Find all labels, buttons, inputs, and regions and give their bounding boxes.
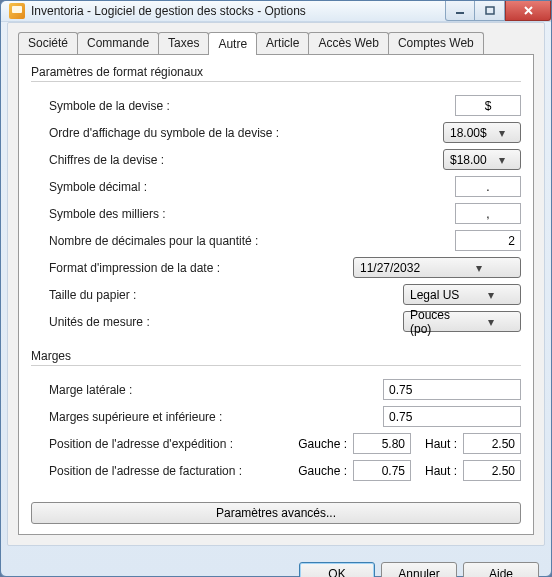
- divider: [31, 81, 521, 82]
- input-ship-top[interactable]: [463, 433, 521, 454]
- tab-bar: Société Commande Taxes Autre Article Acc…: [18, 32, 534, 55]
- tab-taxes[interactable]: Taxes: [158, 32, 209, 55]
- label-topbot-margin: Marges supérieure et inférieure :: [49, 410, 383, 424]
- content-area: Société Commande Taxes Autre Article Acc…: [7, 22, 545, 546]
- input-decimal-symbol[interactable]: [455, 176, 521, 197]
- advanced-settings-button[interactable]: Paramètres avancés...: [31, 502, 521, 524]
- select-units-value: Pouces (po): [410, 308, 464, 336]
- label-units: Unités de mesure :: [49, 315, 403, 329]
- chevron-down-icon: ▾: [487, 153, 518, 167]
- input-ship-left[interactable]: [353, 433, 411, 454]
- label-left: Gauche :: [298, 464, 347, 478]
- ok-button[interactable]: OK: [299, 562, 375, 577]
- label-paper-size: Taille du papier :: [49, 288, 403, 302]
- tab-societe[interactable]: Société: [18, 32, 78, 55]
- select-units[interactable]: Pouces (po) ▾: [403, 311, 521, 332]
- cancel-button[interactable]: Annuler: [381, 562, 457, 577]
- options-window: Inventoria - Logiciel de gestion des sto…: [0, 0, 552, 577]
- chevron-down-icon: ▾: [464, 288, 518, 302]
- label-ship-addr-pos: Position de l'adresse d'expédition :: [49, 437, 298, 451]
- app-icon: [9, 3, 25, 19]
- input-bill-left[interactable]: [353, 460, 411, 481]
- tab-commande[interactable]: Commande: [77, 32, 159, 55]
- select-currency-order[interactable]: 18.00$ ▾: [443, 122, 521, 143]
- help-button[interactable]: Aide: [463, 562, 539, 577]
- minimize-button[interactable]: [445, 1, 475, 21]
- tab-comptes-web[interactable]: Comptes Web: [388, 32, 484, 55]
- group-margins-legend: Marges: [31, 349, 521, 363]
- label-date-format: Format d'impression de la date :: [49, 261, 353, 275]
- chevron-down-icon: ▾: [439, 261, 518, 275]
- input-topbot-margin[interactable]: [383, 406, 521, 427]
- divider: [31, 365, 521, 366]
- maximize-button[interactable]: [475, 1, 505, 21]
- svg-rect-1: [486, 7, 494, 14]
- select-currency-digits-value: $18.00: [450, 153, 487, 167]
- label-left: Gauche :: [298, 437, 347, 451]
- dialog-footer: OK Annuler Aide: [1, 552, 551, 577]
- select-paper-size[interactable]: Legal US ▾: [403, 284, 521, 305]
- select-currency-digits[interactable]: $18.00 ▾: [443, 149, 521, 170]
- label-top: Haut :: [425, 464, 457, 478]
- chevron-down-icon: ▾: [487, 126, 518, 140]
- tab-autre[interactable]: Autre: [208, 32, 257, 55]
- window-controls: [445, 1, 551, 21]
- input-bill-top[interactable]: [463, 460, 521, 481]
- group-regional: Paramètres de format régionaux Symbole d…: [31, 65, 521, 335]
- select-date-format[interactable]: 11/27/2032 ▾: [353, 257, 521, 278]
- select-paper-size-value: Legal US: [410, 288, 464, 302]
- input-currency-symbol[interactable]: [455, 95, 521, 116]
- input-side-margin[interactable]: [383, 379, 521, 400]
- label-currency-digits: Chiffres de la devise :: [49, 153, 443, 167]
- label-bill-addr-pos: Position de l'adresse de facturation :: [49, 464, 298, 478]
- input-qty-decimals[interactable]: [455, 230, 521, 251]
- select-currency-order-value: 18.00$: [450, 126, 487, 140]
- chevron-down-icon: ▾: [464, 315, 518, 329]
- window-title: Inventoria - Logiciel de gestion des sto…: [31, 4, 445, 18]
- titlebar: Inventoria - Logiciel de gestion des sto…: [1, 1, 551, 22]
- label-decimal-symbol: Symbole décimal :: [49, 180, 455, 194]
- input-thousand-symbol[interactable]: [455, 203, 521, 224]
- label-currency-symbol: Symbole de la devise :: [49, 99, 455, 113]
- group-margins: Marges Marge latérale : Marges supérieur…: [31, 349, 521, 484]
- group-regional-legend: Paramètres de format régionaux: [31, 65, 521, 79]
- tab-article[interactable]: Article: [256, 32, 309, 55]
- close-button[interactable]: [505, 1, 551, 21]
- label-thousand-symbol: Symbole des milliers :: [49, 207, 455, 221]
- select-date-format-value: 11/27/2032: [360, 261, 439, 275]
- tab-panel-autre: Paramètres de format régionaux Symbole d…: [18, 54, 534, 535]
- label-qty-decimals: Nombre de décimales pour la quantité :: [49, 234, 455, 248]
- tab-acces-web[interactable]: Accès Web: [308, 32, 388, 55]
- label-currency-order: Ordre d'affichage du symbole de la devis…: [49, 126, 443, 140]
- label-top: Haut :: [425, 437, 457, 451]
- label-side-margin: Marge latérale :: [49, 383, 383, 397]
